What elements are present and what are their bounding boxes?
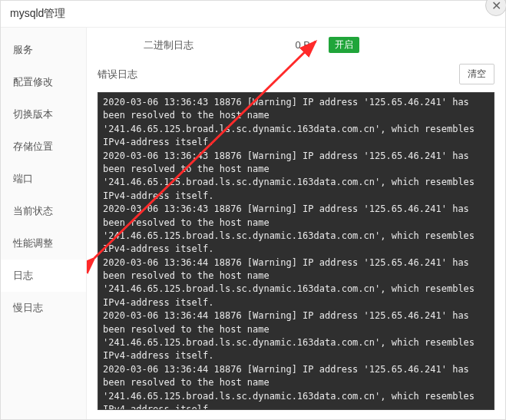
sidebar-item-5[interactable]: 当前状态 <box>1 195 86 227</box>
sidebar-item-0[interactable]: 服务 <box>1 34 86 66</box>
window-title: mysqld管理 <box>10 7 65 19</box>
close-icon: ✕ <box>491 0 501 13</box>
binlog-row: 二进制日志 0 B 开启 <box>98 37 494 53</box>
window-header: mysqld管理 ✕ <box>1 1 505 28</box>
close-button[interactable]: ✕ <box>485 0 506 16</box>
sidebar-item-1[interactable]: 配置修改 <box>1 66 86 98</box>
log-console[interactable]: 2020-03-06 13:36:43 18876 [Warning] IP a… <box>98 93 494 409</box>
log-console-wrap: 2020-03-06 13:36:43 18876 [Warning] IP a… <box>98 92 494 410</box>
sidebar-item-6[interactable]: 性能调整 <box>1 227 86 260</box>
sidebar-item-4[interactable]: 端口 <box>1 163 86 195</box>
sidebar-item-8[interactable]: 慢日志 <box>1 292 86 324</box>
sidebar-item-2[interactable]: 切换版本 <box>1 98 86 131</box>
sidebar-item-3[interactable]: 存储位置 <box>1 131 86 163</box>
sidebar: 服务配置修改切换版本存储位置端口当前状态性能调整日志慢日志 <box>1 28 87 419</box>
binlog-status-badge[interactable]: 开启 <box>329 37 359 53</box>
binlog-size: 0 B <box>295 39 310 51</box>
errlog-label: 错误日志 <box>98 68 137 81</box>
errlog-row: 错误日志 清空 <box>98 64 494 84</box>
main-panel: 二进制日志 0 B 开启 错误日志 清空 2020-03-06 13:36:43… <box>87 28 505 419</box>
clear-button[interactable]: 清空 <box>459 64 494 84</box>
binlog-label: 二进制日志 <box>144 38 193 52</box>
sidebar-item-7[interactable]: 日志 <box>1 260 86 292</box>
